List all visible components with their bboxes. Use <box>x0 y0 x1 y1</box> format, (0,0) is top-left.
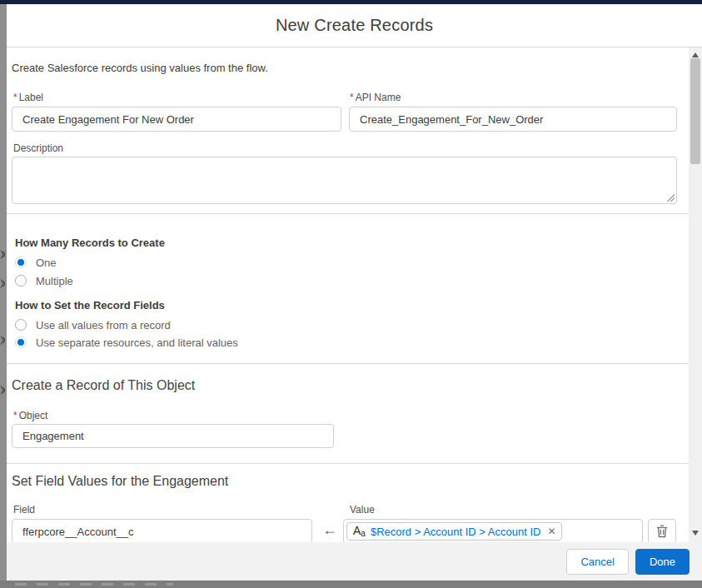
field-column-label: Field <box>13 504 35 516</box>
text-type-icon: Aa <box>353 525 366 538</box>
section-divider <box>7 363 702 364</box>
modal-header: New Create Records <box>7 4 702 47</box>
radio-use-all-values-label: Use all values from a record <box>36 319 171 331</box>
vertical-scrollbar[interactable] <box>689 47 702 542</box>
modal-body: Create Salesforce records using values f… <box>7 47 702 542</box>
scrollbar-thumb[interactable] <box>690 58 700 164</box>
remove-pill-icon[interactable]: ✕ <box>547 526 555 537</box>
radio-unselected-icon[interactable] <box>15 319 27 331</box>
field-values-section-heading: Set Field Values for the Engagement <box>12 474 228 489</box>
resource-pill-text: $Record > Account ID > Account ID <box>371 526 541 538</box>
radio-selected-icon[interactable] <box>15 336 27 348</box>
radio-unselected-icon[interactable] <box>15 275 27 287</box>
object-section-heading: Create a Record of This Object <box>12 378 195 393</box>
label-field-label: *Label <box>13 92 43 103</box>
required-asterisk: * <box>13 92 17 103</box>
radio-use-all-values[interactable]: Use all values from a record <box>15 317 171 332</box>
modal-intro-text: Create Salesforce records using values f… <box>12 62 268 74</box>
value-input[interactable]: Aa $Record > Account ID > Account ID ✕ <box>343 519 643 542</box>
resource-pill[interactable]: Aa $Record > Account ID > Account ID ✕ <box>346 522 562 541</box>
modal-title: New Create Records <box>276 16 433 35</box>
description-textarea[interactable] <box>12 157 677 204</box>
section-divider <box>7 463 702 464</box>
required-asterisk: * <box>350 92 354 103</box>
canvas-left-strip <box>0 4 7 581</box>
section-divider <box>7 213 702 214</box>
field-input[interactable]: fferpcore__Account__c <box>12 519 312 542</box>
radio-one[interactable]: One <box>15 255 57 270</box>
trash-icon <box>656 525 668 538</box>
canvas-connector-fragment <box>0 279 5 288</box>
radio-one-label: One <box>36 257 57 269</box>
object-field-label: *Object <box>13 410 47 421</box>
canvas-toolbar-fragment <box>15 583 173 586</box>
scrollbar-up-arrow[interactable] <box>692 52 699 57</box>
arrow-left-icon: ← <box>322 521 337 539</box>
new-create-records-modal: New Create Records Create Salesforce rec… <box>7 4 702 581</box>
radio-use-separate-resources-label: Use separate resources, and literal valu… <box>36 336 238 349</box>
required-asterisk: * <box>13 410 17 421</box>
radio-selected-icon[interactable] <box>15 257 27 268</box>
radio-use-separate-resources[interactable]: Use separate resources, and literal valu… <box>15 335 238 350</box>
label-input[interactable]: Create Engagement For New Order <box>12 107 341 132</box>
canvas-connector-fragment <box>0 250 5 259</box>
api-name-input[interactable]: Create_Engagement_For_New_Order <box>349 107 677 132</box>
how-to-set-label: How to Set the Record Fields <box>15 299 165 311</box>
how-many-records-label: How Many Records to Create <box>15 237 165 249</box>
canvas-connector-fragment <box>0 336 5 345</box>
radio-multiple-label: Multiple <box>36 275 73 287</box>
radio-multiple[interactable]: Multiple <box>15 273 73 288</box>
scrollbar-down-arrow[interactable] <box>692 531 699 536</box>
object-input[interactable]: Engagement <box>12 424 334 448</box>
canvas-connector-fragment <box>0 386 5 395</box>
cancel-button[interactable]: Cancel <box>566 549 628 575</box>
done-button[interactable]: Done <box>635 549 690 575</box>
browser-top-bar <box>0 0 702 4</box>
description-field-label: Description <box>13 142 63 154</box>
api-name-field-label: *API Name <box>350 92 401 103</box>
modal-footer: Cancel Done <box>7 542 702 581</box>
canvas-bottom-strip <box>0 581 702 588</box>
value-column-label: Value <box>350 504 375 516</box>
delete-row-button[interactable] <box>648 519 676 542</box>
textarea-resize-handle[interactable] <box>667 194 675 202</box>
